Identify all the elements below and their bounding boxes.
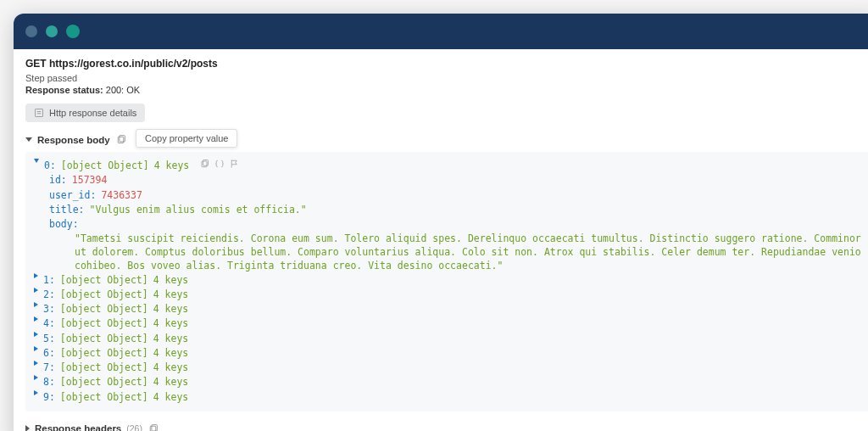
json-index: 7: xyxy=(43,361,55,375)
copy-icon[interactable] xyxy=(147,423,159,431)
json-item-6[interactable]: 6:[object Object]4 keys xyxy=(34,346,861,361)
response-headers-section-header[interactable]: Response headers (26) xyxy=(25,423,868,431)
json-object-label: [object Object] xyxy=(60,375,148,389)
json-index: 1: xyxy=(43,273,55,288)
json-object-label: [object Object] xyxy=(60,346,148,361)
json-object-label: [object Object] xyxy=(61,159,149,173)
http-response-details-button[interactable]: Http response details xyxy=(25,104,145,122)
chevron-right-icon xyxy=(34,302,38,307)
json-key: user_id: xyxy=(49,188,96,203)
json-keys-count: 4 keys xyxy=(153,273,189,288)
chevron-down-icon xyxy=(25,137,32,142)
json-item-2[interactable]: 2:[object Object]4 keys xyxy=(34,288,861,302)
chevron-down-icon xyxy=(34,159,39,163)
json-prop-body: body: xyxy=(34,217,861,232)
json-body-value: "Tametsi suscipit reiciendis. Corona eum… xyxy=(34,232,861,272)
svg-rect-8 xyxy=(152,424,158,430)
svg-rect-0 xyxy=(36,109,43,117)
response-status-label: Response status: xyxy=(25,85,103,95)
json-item-7[interactable]: 7:[object Object]4 keys xyxy=(34,361,861,375)
json-keys-count: 4 keys xyxy=(154,159,190,173)
chevron-right-icon xyxy=(34,390,38,395)
chevron-right-icon xyxy=(34,273,38,278)
json-item-5[interactable]: 5:[object Object]4 keys xyxy=(34,332,861,346)
json-item-0[interactable]: 0: [object Object] 4 keys xyxy=(34,159,861,173)
json-object-label: [object Object] xyxy=(60,361,148,375)
details-button-label: Http response details xyxy=(49,108,136,118)
chevron-right-icon xyxy=(34,316,38,322)
chevron-right-icon xyxy=(25,425,30,431)
step-status: Step passed xyxy=(25,73,868,83)
json-value: 7436337 xyxy=(101,188,142,203)
json-prop-id: id: 157394 xyxy=(34,173,861,188)
json-value: "Vulgus enim alius comis et officia." xyxy=(90,203,307,217)
chevron-right-icon xyxy=(34,332,38,337)
app-window: GET https://gorest.co.in/public/v2/posts… xyxy=(14,14,868,431)
json-row-actions xyxy=(199,159,240,169)
titlebar xyxy=(14,14,868,49)
window-dot-2[interactable] xyxy=(46,25,58,37)
copy-icon[interactable] xyxy=(115,134,126,145)
json-index: 3: xyxy=(43,302,55,316)
response-status: Response status: 200: OK xyxy=(25,85,868,95)
json-item-4[interactable]: 4:[object Object]4 keys xyxy=(34,316,861,331)
json-object-label: [object Object] xyxy=(60,316,148,331)
json-key: id: xyxy=(49,173,67,188)
json-key: title: xyxy=(49,203,85,217)
json-keys-count: 4 keys xyxy=(153,361,189,375)
json-item-3[interactable]: 3:[object Object]4 keys xyxy=(34,302,861,316)
json-keys-count: 4 keys xyxy=(153,288,189,302)
chevron-right-icon xyxy=(34,288,38,293)
json-keys-count: 4 keys xyxy=(153,332,189,346)
json-index: 0: xyxy=(44,159,56,173)
json-object-label: [object Object] xyxy=(60,273,148,288)
window-dot-1[interactable] xyxy=(25,25,37,37)
details-icon xyxy=(34,108,44,118)
section-body-label: Response body xyxy=(37,135,110,145)
flag-icon[interactable] xyxy=(230,159,240,169)
json-prop-title: title: "Vulgus enim alius comis et offic… xyxy=(34,203,861,217)
json-index: 5: xyxy=(43,332,55,346)
collapse-braces-icon[interactable] xyxy=(214,159,225,169)
json-value: 157394 xyxy=(72,173,108,188)
json-object-label: [object Object] xyxy=(60,288,148,302)
json-prop-user-id: user_id: 7436337 xyxy=(34,188,861,203)
json-item-9[interactable]: 9:[object Object]4 keys xyxy=(34,390,861,405)
chevron-right-icon xyxy=(34,375,38,380)
svg-rect-5 xyxy=(202,161,207,167)
section-headers-label: Response headers xyxy=(35,423,121,431)
json-key: body: xyxy=(49,217,79,232)
chevron-right-icon xyxy=(34,361,38,366)
json-index: 6: xyxy=(43,346,55,361)
headers-count: (26) xyxy=(126,423,142,431)
content-area: GET https://gorest.co.in/public/v2/posts… xyxy=(14,49,868,431)
json-keys-count: 4 keys xyxy=(153,316,189,331)
json-keys-count: 4 keys xyxy=(153,346,189,361)
json-object-label: [object Object] xyxy=(60,302,148,316)
json-object-label: [object Object] xyxy=(60,390,148,405)
json-item-8[interactable]: 8:[object Object]4 keys xyxy=(34,375,861,389)
json-panel: 0: [object Object] 4 keys id: 157394 use… xyxy=(25,152,868,411)
json-index: 8: xyxy=(43,375,55,389)
window-dot-3[interactable] xyxy=(66,25,80,38)
svg-rect-6 xyxy=(203,160,209,166)
json-keys-count: 4 keys xyxy=(153,302,189,316)
response-body-section-header[interactable]: Response body Copy property value xyxy=(25,134,868,145)
copy-tooltip: Copy property value xyxy=(136,129,237,148)
copy-icon[interactable] xyxy=(199,159,209,169)
json-index: 9: xyxy=(43,390,55,405)
response-status-value: 200: OK xyxy=(106,85,140,95)
json-keys-count: 4 keys xyxy=(153,390,189,405)
svg-rect-7 xyxy=(150,426,156,431)
request-line: GET https://gorest.co.in/public/v2/posts xyxy=(25,58,868,70)
chevron-right-icon xyxy=(34,346,38,351)
json-object-label: [object Object] xyxy=(60,332,148,346)
json-index: 2: xyxy=(43,288,55,302)
json-keys-count: 4 keys xyxy=(153,375,189,389)
json-index: 4: xyxy=(43,316,55,331)
json-item-1[interactable]: 1:[object Object]4 keys xyxy=(34,273,861,288)
svg-rect-4 xyxy=(120,136,125,142)
svg-rect-3 xyxy=(118,137,124,143)
